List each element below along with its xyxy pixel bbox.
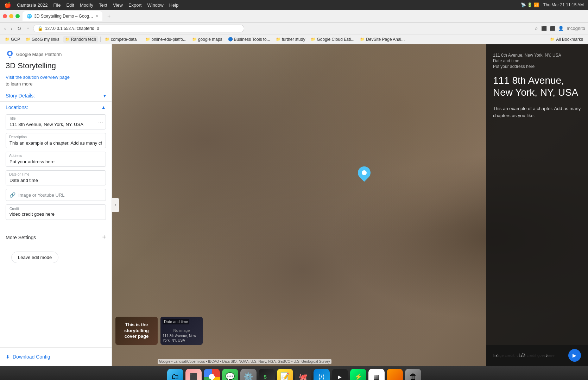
credit-input[interactable]: video credit goes here	[10, 211, 102, 217]
dock-warp-icon[interactable]: ⚡	[350, 369, 366, 380]
tab-close-icon[interactable]: ✕	[95, 14, 98, 18]
title-options-icon[interactable]: ⋯	[98, 119, 103, 125]
dock-unity-icon[interactable]: ▶	[332, 369, 348, 380]
bookmark-folder-icon: 📁	[5, 37, 10, 42]
google-maps-logo: Google Maps Platform	[6, 50, 106, 58]
map-area[interactable]: ‹ 111 8th Avenue, New York, NY, USA Date…	[112, 44, 588, 366]
bookmark-label: online-edu-platfo...	[151, 37, 186, 42]
title-input[interactable]	[6, 114, 106, 129]
dock-finder-icon[interactable]: 🗂	[167, 369, 183, 380]
title-field: Title ⋯	[6, 114, 106, 129]
tab-title: 3D Storytelling Demo – Goog…	[34, 14, 93, 19]
home-button[interactable]: ⌂	[25, 25, 31, 32]
dock-app-icon[interactable]	[387, 369, 403, 380]
info-panel-overlay: 111 8th Avenue, New York, NY, USA Date a…	[486, 44, 588, 366]
thumbnail-cover-page[interactable]: This is the storytelling cover page	[115, 317, 158, 345]
nav-prev-button[interactable]: ‹	[493, 350, 501, 361]
bookmark-label: Random tech	[71, 37, 96, 42]
menu-window[interactable]: Window	[147, 2, 163, 8]
navigation-controls: ‹ 1/2 › ▶	[486, 345, 588, 366]
dock-launchpad-icon[interactable]: ⬛	[185, 369, 202, 380]
dock-github-icon[interactable]: 🐙	[295, 369, 311, 380]
nav-play-button[interactable]: ▶	[568, 349, 581, 362]
bookmark-random-tech[interactable]: 📁 Random tech	[63, 36, 98, 43]
dock-messages-icon[interactable]: 💬	[222, 369, 238, 380]
svg-point-1	[8, 52, 11, 55]
bookmark-google-maps[interactable]: 📁 google maps	[190, 36, 225, 43]
url-field[interactable]: 🔗 Image or Youtube URL	[6, 189, 106, 201]
bookmark-folder-icon: 📁	[311, 37, 316, 42]
visit-overview-link[interactable]: Visit the solution overview page	[6, 75, 106, 80]
bookmark-label: DevSite Page Anal...	[366, 37, 405, 42]
reload-button[interactable]: ↻	[16, 25, 23, 32]
bookmark-separator	[100, 37, 101, 42]
bookmark-online-edu[interactable]: 📁 online-edu-platfo...	[143, 36, 188, 43]
dock-trash-icon[interactable]: 🗑	[405, 369, 421, 380]
more-settings-row[interactable]: More Settings +	[0, 230, 112, 245]
clock: Thu Mar 21 11:15 AM	[543, 2, 584, 7]
bookmark-label: GooG my links	[32, 37, 59, 42]
menu-export[interactable]: Export	[128, 2, 142, 8]
panel-collapse-button[interactable]: ‹	[112, 198, 119, 212]
dock-vscode-icon[interactable]: ⟨/⟩	[314, 369, 330, 380]
date-time-field: Date or Time	[6, 170, 106, 185]
bookmark-star-icon[interactable]: ☆	[534, 26, 538, 31]
pin-inner	[362, 170, 367, 175]
thumbnail-address-label: 111 8th Avenue, New York, NY, USA	[163, 334, 201, 343]
bookmark-label: compete-data	[111, 37, 137, 42]
menu-edit[interactable]: Edit	[66, 2, 74, 8]
nav-next-button[interactable]: ›	[543, 350, 551, 361]
address-input[interactable]: 🔒 127.0.0.1:5527/#chapterId=0	[33, 25, 244, 32]
close-window-button[interactable]	[3, 14, 7, 18]
menu-text[interactable]: Text	[99, 2, 107, 8]
dock-settings-icon[interactable]: ⚙️	[240, 369, 257, 380]
menu-file[interactable]: File	[53, 2, 61, 8]
bookmark-compete-data[interactable]: 📁 compete-data	[103, 36, 139, 43]
tab-favicon: 🌐	[27, 14, 32, 19]
thumbnail-cover-label: This is the storytelling cover page	[115, 317, 158, 345]
bookmark-label: Google Cloud Esti...	[317, 37, 354, 42]
map-background: ‹ 111 8th Avenue, New York, NY, USA Date…	[112, 44, 588, 366]
profile-icon[interactable]: 👤	[558, 26, 564, 31]
story-details-section[interactable]: Story Details: ▾	[0, 90, 112, 101]
dock-terminal-icon[interactable]: $_	[259, 369, 275, 380]
info-address-large: 111 8th Avenue, New York, NY, USA	[493, 75, 581, 98]
thumbnail-strip: This is the storytelling cover page Date…	[115, 317, 203, 345]
credit-field: Credit video credit goes here	[6, 204, 106, 220]
bookmark-folder-icon: 📁	[276, 37, 281, 42]
bookmark-further-study[interactable]: 📁 further study	[274, 36, 308, 43]
menu-view[interactable]: View	[113, 2, 123, 8]
page-title: 3D Storytelling	[6, 61, 106, 70]
back-button[interactable]: ‹	[3, 25, 7, 32]
cast-icon[interactable]: ⬛	[541, 26, 547, 31]
bookmark-gcp[interactable]: 📁 GCP	[3, 36, 22, 43]
leave-edit-mode-button[interactable]: Leave edit mode	[11, 252, 58, 263]
bookmark-gcloud-estimate[interactable]: 📁 Google Cloud Esti...	[309, 36, 356, 43]
extensions-icon[interactable]: ⬛	[550, 26, 555, 31]
new-tab-button[interactable]: +	[105, 12, 113, 20]
bookmark-business-tools[interactable]: 🔵 Business Tools to...	[226, 36, 272, 43]
download-config-button[interactable]: ⬇ Download Config	[6, 352, 50, 362]
dock-qr-icon[interactable]: ▦	[368, 369, 385, 380]
locations-header[interactable]: Locations: ▲	[6, 104, 106, 110]
thumbnail-location-page[interactable]: Date and time No image 111 8th Avenue, N…	[160, 317, 203, 345]
bookmark-goog-links[interactable]: 📁 GooG my links	[24, 36, 62, 43]
menu-modify[interactable]: Modify	[80, 2, 93, 8]
fullscreen-window-button[interactable]	[15, 14, 20, 18]
apple-menu-icon[interactable]: 🍎	[4, 2, 11, 8]
bookmark-folder-icon: 📁	[145, 37, 150, 42]
browser-tab-active[interactable]: 🌐 3D Storytelling Demo – Goog… ✕	[23, 11, 102, 21]
bookmark-folder-icon: 📁	[550, 37, 555, 42]
locations-chevron-icon: ▲	[101, 104, 106, 110]
more-settings-plus-icon[interactable]: +	[102, 234, 106, 241]
story-details-label: Story Details:	[6, 93, 35, 99]
menu-help[interactable]: Help	[169, 2, 179, 8]
minimize-window-button[interactable]	[9, 14, 13, 18]
dock-notes-icon[interactable]: 📝	[277, 369, 293, 380]
main-content: Google Maps Platform 3D Storytelling Vis…	[0, 44, 588, 366]
forward-button[interactable]: ›	[10, 25, 14, 32]
bookmark-devsite[interactable]: 📁 DevSite Page Anal...	[358, 36, 407, 43]
bookmark-all-bookmarks[interactable]: 📁 All Bookmarks	[548, 36, 585, 43]
dock-chrome-icon[interactable]	[204, 369, 220, 380]
panel-footer: ⬇ Download Config	[0, 347, 112, 366]
